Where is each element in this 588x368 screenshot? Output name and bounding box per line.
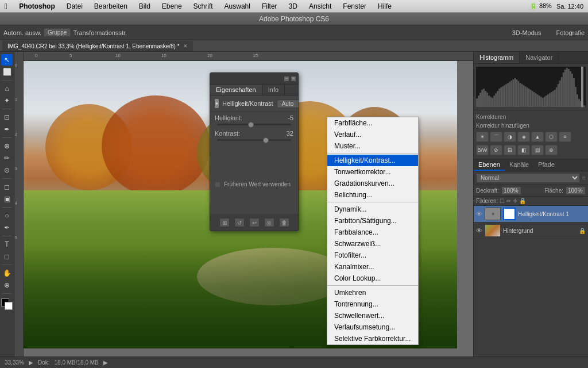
- corr-channel-icon[interactable]: ≡: [559, 132, 571, 142]
- ctx-farbflaeche[interactable]: Farbfläche...: [327, 117, 418, 129]
- menu-bearbeiten[interactable]: Bearbeiten: [92, 1, 130, 12]
- menu-auswahl[interactable]: Auswahl: [222, 1, 253, 12]
- corr-sun-icon[interactable]: ☀: [476, 132, 489, 142]
- lock-move-icon[interactable]: ✛: [513, 198, 517, 204]
- ctx-muster[interactable]: Muster...: [327, 140, 418, 152]
- apple-menu[interactable]: : [5, 2, 7, 11]
- lock-transparency-icon[interactable]: ☐: [500, 198, 505, 204]
- menu-fenster[interactable]: Fenster: [341, 1, 369, 12]
- shape-tool[interactable]: ◻: [1, 251, 13, 262]
- ctx-selektive-farbkorrektur[interactable]: Selektive Farbkorrektur...: [327, 333, 418, 344]
- corr-selective-icon[interactable]: ⊕: [545, 145, 558, 155]
- panel-close-btn[interactable]: −: [284, 76, 289, 81]
- corr-poster-icon[interactable]: ⊟: [504, 145, 516, 155]
- auto-button[interactable]: Auto: [277, 99, 299, 108]
- corr-curve-icon[interactable]: ⌒: [490, 132, 502, 142]
- panel-btn-visibility[interactable]: ◎: [264, 218, 274, 227]
- helligkeit-slider-thumb[interactable]: [248, 122, 254, 128]
- zoom-tool[interactable]: ⊕: [1, 279, 13, 291]
- helligkeit-value[interactable]: -5: [277, 114, 293, 121]
- panel-btn-back[interactable]: ↩: [249, 218, 260, 227]
- panel-btn-frames[interactable]: ⊞: [219, 218, 230, 227]
- panel-btn-reset[interactable]: ↺: [234, 218, 245, 227]
- histogramm-tab[interactable]: Histogramm: [474, 52, 520, 63]
- background-color[interactable]: [5, 302, 13, 310]
- opacity-input[interactable]: [501, 186, 521, 195]
- crop-tool[interactable]: ⊡: [1, 112, 13, 123]
- ctx-schwarzweiss[interactable]: Schwarzweiß...: [327, 238, 418, 250]
- panel-options-btn[interactable]: ≡: [291, 76, 296, 81]
- layer-eye-hk[interactable]: 👁: [476, 210, 482, 217]
- ctx-helligkeit[interactable]: Helligkeit/Kontrast...: [327, 155, 418, 166]
- layer-item-hk[interactable]: 👁 ☀ Helligkeit/Kontrast 1: [474, 206, 588, 223]
- menu-ebene[interactable]: Ebene: [160, 1, 184, 12]
- color-swatches[interactable]: [1, 298, 13, 310]
- ctx-tonwertkorrektor[interactable]: Tonwertkorrektor...: [327, 166, 418, 178]
- corr-bw-icon[interactable]: B/W: [476, 145, 489, 155]
- heal-tool[interactable]: ⊕: [1, 140, 13, 152]
- info-tab[interactable]: Info: [262, 85, 285, 95]
- ctx-kanalmixer[interactable]: Kanalmixer...: [327, 261, 418, 273]
- ctx-verlauf[interactable]: Verlauf...: [327, 129, 418, 140]
- corrections-section: Korrekturen Korrektur hinzufügen ☀ ⌒ ◑ ◈…: [474, 110, 588, 159]
- ruler-tick-0: 0: [35, 53, 37, 58]
- document-tab[interactable]: IMG_4040.CR2 bei 33,3% (Helligkeit/Kontr…: [2, 41, 193, 51]
- gradient-tool[interactable]: ▣: [1, 193, 13, 205]
- clone-tool[interactable]: ⊙: [1, 164, 13, 176]
- eraser-tool[interactable]: ◻: [1, 181, 13, 193]
- app-name[interactable]: Photoshop: [17, 1, 57, 12]
- lock-paint-icon[interactable]: ✏: [506, 198, 511, 204]
- menu-bild[interactable]: Bild: [137, 1, 153, 12]
- ctx-tontrennung[interactable]: Tontrennung...: [327, 298, 418, 310]
- menu-filter[interactable]: Filter: [260, 1, 280, 12]
- hand-tool[interactable]: ✋: [1, 267, 13, 279]
- ctx-verlaufsumsetzung[interactable]: Verlaufsumsetung...: [327, 321, 418, 333]
- ctx-umkehren[interactable]: Umkehren: [327, 287, 418, 298]
- menu-ansicht[interactable]: Ansicht: [307, 1, 334, 12]
- ctx-belichtung[interactable]: Belichtung...: [327, 189, 418, 201]
- corr-vibrance-icon[interactable]: ◈: [517, 132, 530, 142]
- dodge-tool[interactable]: ○: [1, 210, 13, 221]
- ctx-gradationskurven[interactable]: Gradationskurven...: [327, 178, 418, 189]
- ctx-schwellenwert[interactable]: Schwellenwert...: [327, 310, 418, 321]
- select-rect-tool[interactable]: ⬜: [1, 66, 13, 78]
- panel-btn-delete[interactable]: 🗑: [279, 218, 289, 227]
- ctx-color-lookup[interactable]: Color Lookup...: [327, 273, 418, 284]
- ebenen-tab[interactable]: Ebenen: [474, 159, 505, 171]
- lock-all-icon[interactable]: 🔒: [519, 198, 526, 204]
- close-tab-icon[interactable]: ✕: [183, 43, 188, 49]
- ctx-fotofilter[interactable]: Fotofilter...: [327, 250, 418, 261]
- magic-wand-tool[interactable]: ✦: [1, 95, 13, 106]
- menu-hilfe[interactable]: Hilfe: [376, 1, 394, 12]
- menu-schrift[interactable]: Schrift: [191, 1, 215, 12]
- navigator-tab[interactable]: Navigator: [520, 52, 559, 63]
- corr-grad-map-icon[interactable]: ▤: [531, 145, 544, 155]
- ctx-farbton-saettigung[interactable]: Farbtton/Sättigung...: [327, 215, 418, 227]
- corr-hue-icon[interactable]: ◑: [504, 132, 516, 142]
- lasso-tool[interactable]: ⌂: [1, 83, 13, 94]
- kontrast-slider-thumb[interactable]: [263, 137, 269, 143]
- layer-eye-bg[interactable]: 👁: [476, 227, 482, 234]
- type-tool[interactable]: T: [1, 239, 13, 250]
- pen-tool[interactable]: ✒: [1, 222, 13, 233]
- corr-photo-icon[interactable]: ⬡: [545, 132, 558, 142]
- fill-input[interactable]: [566, 186, 586, 195]
- blend-mode-select[interactable]: Normal: [476, 173, 580, 183]
- brush-tool[interactable]: ✏: [1, 152, 13, 164]
- eyedropper-tool[interactable]: ✒: [1, 124, 13, 135]
- ctx-dynamik[interactable]: Dynamik...: [327, 204, 418, 215]
- frueheren-wert-checkbox[interactable]: [215, 182, 220, 187]
- corr-thresh-icon[interactable]: ◧: [517, 145, 530, 155]
- properties-tab[interactable]: Eigenschaften: [210, 85, 262, 95]
- move-tool[interactable]: ↖: [1, 54, 13, 66]
- ctx-farbbalance[interactable]: Farbbalance...: [327, 227, 418, 238]
- kanaele-tab[interactable]: Kanäle: [505, 159, 533, 171]
- menu-datei[interactable]: Datei: [64, 1, 85, 12]
- pfade-tab[interactable]: Pfade: [533, 159, 559, 171]
- corr-invert-icon[interactable]: ⊘: [490, 145, 502, 155]
- kontrast-value[interactable]: 32: [277, 130, 293, 137]
- layer-item-bg[interactable]: 👁 Hintergrund 🔒: [474, 223, 588, 239]
- corr-saturation-icon[interactable]: ▲: [531, 132, 544, 142]
- menu-3d[interactable]: 3D: [287, 1, 300, 12]
- gruppe-button[interactable]: Gruppe: [44, 28, 71, 37]
